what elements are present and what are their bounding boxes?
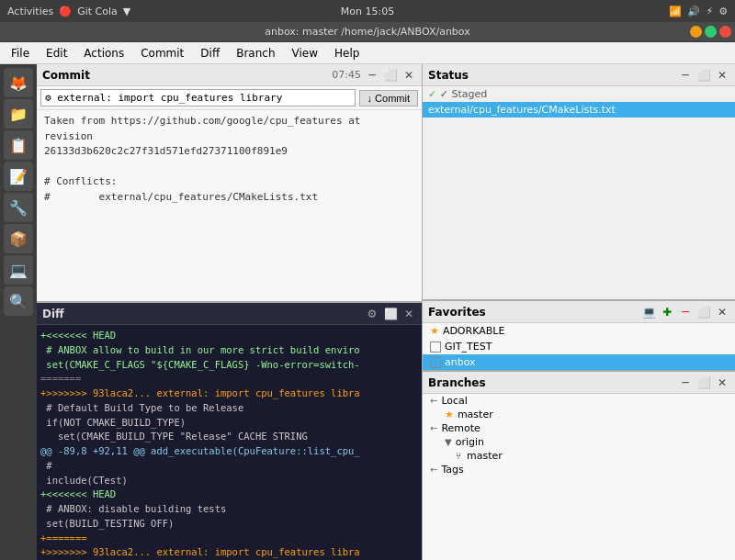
branches-panel-title: Branches bbox=[428, 376, 486, 389]
diff-line: +<<<<<<< HEAD bbox=[40, 329, 418, 343]
commit-message-body: Taken from https://github.com/google/cpu… bbox=[37, 110, 422, 301]
system-bar-right: 📶 🔊 ⚡ ⚙ bbox=[669, 6, 728, 17]
arrow-icon: ← bbox=[430, 423, 437, 433]
diff-line: # bbox=[40, 459, 418, 474]
arrow-icon: ← bbox=[430, 396, 437, 406]
sys-icon-3: ⚡ bbox=[706, 6, 713, 17]
status-panel-header: Status ─ ⬜ ✕ bbox=[423, 64, 735, 86]
menu-view[interactable]: View bbox=[285, 45, 325, 62]
diff-content: +<<<<<<< HEAD # ANBOX allow to build in … bbox=[37, 325, 422, 560]
commit-minimize-btn[interactable]: ─ bbox=[365, 68, 379, 83]
favorites-item-adorkable[interactable]: ★ ADORKABLE bbox=[423, 323, 735, 339]
system-time: Mon 15:05 bbox=[341, 6, 394, 17]
branch-tags[interactable]: ← Tags bbox=[423, 463, 735, 476]
branch-label: master bbox=[458, 409, 493, 420]
star-icon: ★ bbox=[430, 325, 439, 337]
sys-icon-4: ⚙ bbox=[718, 6, 728, 17]
diff-settings-icon[interactable]: ⚙ bbox=[365, 307, 379, 321]
status-empty-area bbox=[423, 118, 735, 299]
sidebar-icon-firefox[interactable]: 🦊 bbox=[4, 68, 33, 97]
system-bar: Activities 🔴 Git Cola ▼ Mon 15:05 📶 🔊 ⚡ … bbox=[0, 0, 735, 22]
commit-input-row: ↓ Commit bbox=[37, 86, 422, 110]
branch-label: master bbox=[467, 450, 503, 462]
diff-line: set(CMAKE_C_FLAGS "${CMAKE_C_FLAGS} -Wno… bbox=[40, 358, 418, 373]
app-titlebar: anbox: master /home/jack/ANBOX/anbox bbox=[0, 22, 735, 42]
sidebar-icon-text[interactable]: 📝 bbox=[4, 162, 33, 191]
sidebar-icon-tools[interactable]: 🔧 bbox=[4, 193, 33, 222]
favorites-panel-title: Favorites bbox=[428, 306, 486, 319]
arrow-icon: ← bbox=[430, 465, 437, 475]
commit-panel: Commit 07:45 ─ ⬜ ✕ ↓ Commit Taken from h… bbox=[37, 64, 422, 303]
branches-expand-btn[interactable]: ⬜ bbox=[696, 375, 711, 390]
favorites-item-label: ADORKABLE bbox=[443, 325, 504, 337]
diff-line: +>>>>>>> 93laca2... external: import cpu… bbox=[40, 545, 418, 560]
sidebar-icon-search[interactable]: 🔍 bbox=[4, 286, 33, 316]
diff-line: if(NOT CMAKE_BUILD_TYPE) bbox=[40, 416, 418, 431]
branches-panel-header: Branches ─ ⬜ ✕ bbox=[423, 372, 735, 394]
commit-panel-title: Commit bbox=[42, 69, 90, 82]
branches-panel: Branches ─ ⬜ ✕ ← Local ★ ma bbox=[423, 372, 735, 560]
menu-actions[interactable]: Actions bbox=[76, 45, 131, 62]
branch-remote[interactable]: ← Remote bbox=[423, 421, 735, 435]
fav-expand-btn[interactable]: ⬜ bbox=[696, 305, 711, 319]
git-cola-label[interactable]: Git Cola bbox=[77, 6, 118, 17]
favorites-item-label: anbox bbox=[445, 356, 476, 368]
commit-time: 07:45 bbox=[332, 69, 361, 81]
menu-edit[interactable]: Edit bbox=[39, 45, 74, 62]
sidebar-icon-files[interactable]: 📁 bbox=[4, 99, 33, 129]
branch-master-local[interactable]: ★ master bbox=[423, 408, 735, 421]
commit-button[interactable]: ↓ Commit bbox=[359, 90, 418, 106]
branch-label: Local bbox=[441, 395, 468, 407]
fav-computer-icon[interactable]: 💻 bbox=[641, 305, 656, 319]
diff-close-btn[interactable]: ✕ bbox=[401, 307, 416, 321]
right-panels: Status ─ ⬜ ✕ ✓ ✓ Staged external/cpu_fea… bbox=[423, 64, 735, 560]
menu-diff[interactable]: Diff bbox=[193, 45, 227, 62]
left-panels: Commit 07:45 ─ ⬜ ✕ ↓ Commit Taken from h… bbox=[37, 64, 423, 560]
favorites-panel-controls: 💻 ✚ ─ ⬜ ✕ bbox=[641, 305, 729, 319]
maximize-button[interactable] bbox=[705, 26, 717, 38]
diff-line: +>>>>>>> 93laca2... external: import cpu… bbox=[40, 386, 418, 401]
menu-branch[interactable]: Branch bbox=[229, 45, 282, 62]
checkmark-icon: ✓ bbox=[428, 88, 436, 100]
favorites-item-git-test[interactable]: GIT_TEST bbox=[423, 339, 735, 354]
menu-file[interactable]: File bbox=[4, 45, 37, 62]
commit-close-btn[interactable]: ✕ bbox=[401, 68, 416, 83]
diff-panel: Diff ⚙ ⬜ ✕ +<<<<<<< HEAD # ANBOX allow t… bbox=[37, 303, 422, 560]
branch-local[interactable]: ← Local bbox=[423, 394, 735, 408]
menu-bar: File Edit Actions Commit Diff Branch Vie… bbox=[0, 42, 735, 64]
sidebar-icon-package[interactable]: 📦 bbox=[4, 224, 33, 253]
status-minimize-btn[interactable]: ─ bbox=[678, 68, 693, 83]
branch-origin[interactable]: ▼ origin bbox=[423, 435, 735, 449]
branches-minimize-btn[interactable]: ─ bbox=[678, 375, 693, 390]
fav-add-icon[interactable]: ✚ bbox=[660, 305, 674, 319]
branches-close-btn[interactable]: ✕ bbox=[715, 375, 729, 390]
window-controls[interactable] bbox=[690, 26, 731, 38]
menu-help[interactable]: Help bbox=[327, 45, 367, 62]
branches-panel-controls: ─ ⬜ ✕ bbox=[678, 375, 729, 390]
favorites-panel-header: Favorites 💻 ✚ ─ ⬜ ✕ bbox=[423, 301, 735, 323]
activities-label[interactable]: Activities bbox=[7, 6, 53, 17]
arrow-icon: ▼ bbox=[445, 437, 452, 447]
commit-expand-btn[interactable]: ⬜ bbox=[383, 68, 398, 83]
favorites-item-anbox[interactable]: anbox bbox=[423, 354, 735, 370]
branch-master-remote[interactable]: ⑂ master bbox=[423, 449, 735, 463]
dropdown-arrow[interactable]: ▼ bbox=[123, 6, 130, 17]
diff-line: +<<<<<<< HEAD bbox=[40, 487, 418, 502]
diff-expand-btn[interactable]: ⬜ bbox=[383, 307, 398, 321]
status-close-btn[interactable]: ✕ bbox=[715, 68, 729, 83]
branch-label: Tags bbox=[441, 464, 463, 476]
status-panel-title: Status bbox=[428, 69, 469, 82]
square-icon bbox=[430, 357, 441, 368]
status-panel-controls: ─ ⬜ ✕ bbox=[678, 68, 729, 83]
menu-commit[interactable]: Commit bbox=[133, 45, 191, 62]
fav-close-btn[interactable]: ✕ bbox=[715, 305, 729, 319]
app-name-label: 🔴 bbox=[59, 6, 72, 17]
sidebar-icon-terminal[interactable]: 💻 bbox=[4, 255, 33, 285]
commit-message-input[interactable] bbox=[40, 89, 356, 106]
fav-remove-icon[interactable]: ─ bbox=[678, 305, 693, 319]
close-button[interactable] bbox=[719, 26, 731, 38]
status-expand-btn[interactable]: ⬜ bbox=[696, 68, 711, 83]
minimize-button[interactable] bbox=[690, 26, 702, 38]
sidebar-icon-clipboard[interactable]: 📋 bbox=[4, 130, 33, 160]
status-item-cmake[interactable]: external/cpu_features/CMakeLists.txt bbox=[423, 102, 735, 118]
